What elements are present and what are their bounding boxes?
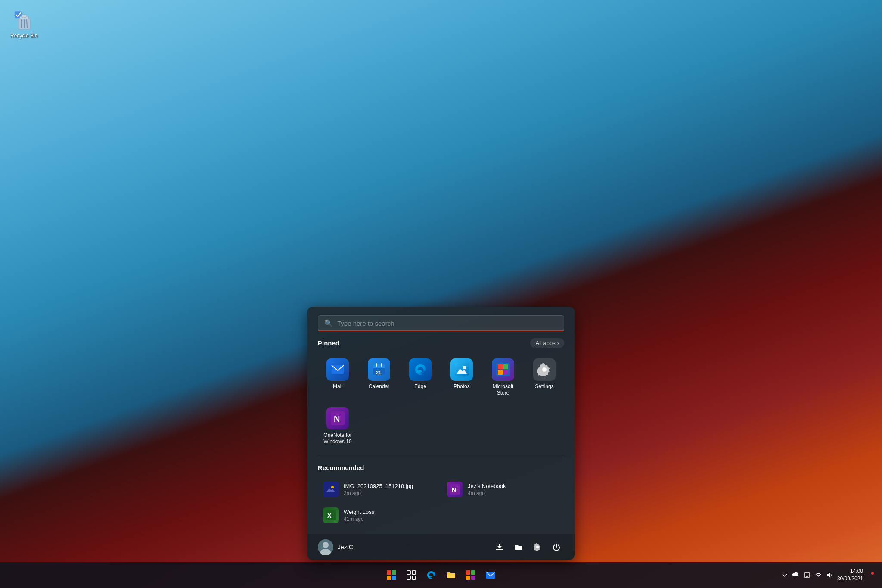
section-divider	[318, 457, 564, 457]
user-name: Jez C	[338, 544, 353, 551]
rec-notebook[interactable]: N Jez's Notebook 4m ago	[442, 477, 564, 501]
start-button[interactable]	[383, 566, 400, 584]
settings-footer-button[interactable]	[530, 539, 545, 555]
power-button[interactable]	[549, 539, 564, 555]
svg-rect-20	[503, 364, 508, 369]
tablet-icon[interactable]	[803, 571, 811, 579]
rec-weightloss-name: Weight Loss	[344, 509, 374, 515]
taskbar-right: 14:00 30/09/2021	[780, 568, 875, 582]
clock-date: 30/09/2021	[837, 575, 863, 582]
rec-img-file[interactable]: IMG_20210925_151218.jpg 2m ago	[318, 477, 440, 501]
mail-label: Mail	[333, 383, 342, 390]
svg-rect-49	[466, 576, 470, 580]
svg-rect-50	[471, 576, 475, 580]
recommended-title: Recommended	[318, 464, 364, 471]
svg-marker-54	[827, 573, 830, 577]
edge-label: Edge	[414, 383, 426, 390]
pinned-settings[interactable]: Settings	[525, 354, 564, 401]
rec-excel-icon: X	[323, 507, 339, 523]
rec-weightloss-info: Weight Loss 41m ago	[344, 509, 374, 522]
svg-text:N: N	[334, 414, 340, 423]
taskbar-search-button[interactable]	[403, 566, 420, 584]
svg-point-46	[429, 576, 432, 578]
user-info[interactable]: Jez C	[318, 539, 353, 555]
rec-notebook-name: Jez's Notebook	[468, 483, 506, 489]
rec-img-time: 2m ago	[344, 490, 413, 496]
pinned-store[interactable]: Microsoft Store	[483, 354, 523, 401]
volume-icon[interactable]	[825, 571, 834, 579]
svg-rect-45	[412, 576, 416, 579]
start-menu: 🔍 Type here to search Pinned All apps › …	[307, 307, 575, 560]
onenote-label: OneNote for Windows 10	[320, 432, 355, 445]
search-bar[interactable]: 🔍 Type here to search	[318, 315, 564, 331]
taskbar-center	[383, 566, 499, 584]
svg-rect-22	[503, 370, 508, 375]
svg-line-6	[27, 20, 27, 28]
recommended-grid: IMG_20210925_151218.jpg 2m ago N Jez's N…	[318, 477, 564, 527]
calendar-label: Calendar	[369, 383, 390, 390]
photos-label: Photos	[453, 383, 469, 390]
mail-icon	[326, 358, 349, 381]
taskbar-edge-button[interactable]	[422, 566, 440, 584]
wifi-icon[interactable]	[814, 571, 823, 579]
photos-icon	[450, 358, 473, 381]
folder-button[interactable]	[511, 539, 526, 555]
notification-icon[interactable]	[866, 571, 875, 579]
rec-weightloss-time: 41m ago	[344, 516, 374, 522]
pinned-calendar[interactable]: 21 Calendar	[359, 354, 399, 401]
pinned-photos[interactable]: Photos	[442, 354, 481, 401]
svg-rect-39	[392, 570, 396, 575]
taskbar-clock[interactable]: 14:00 30/09/2021	[837, 568, 863, 582]
svg-rect-15	[455, 363, 469, 376]
svg-rect-19	[498, 364, 503, 369]
recycle-bin[interactable]: Recycle Bin	[9, 9, 39, 40]
taskbar: 14:00 30/09/2021	[0, 562, 882, 588]
svg-rect-43	[412, 571, 416, 574]
pinned-header: Pinned All apps ›	[318, 338, 564, 348]
chevron-right-icon: ›	[557, 340, 559, 346]
svg-text:21: 21	[376, 370, 381, 375]
svg-rect-44	[407, 576, 410, 579]
all-apps-button[interactable]: All apps ›	[530, 338, 564, 348]
svg-rect-42	[407, 571, 410, 574]
svg-text:N: N	[452, 486, 457, 493]
expand-icon[interactable]	[780, 571, 789, 579]
recycle-bin-label: Recycle Bin	[10, 33, 37, 39]
svg-rect-38	[387, 570, 391, 575]
svg-rect-40	[387, 576, 391, 580]
settings-label: Settings	[535, 383, 553, 390]
pinned-mail[interactable]: Mail	[318, 354, 357, 401]
svg-rect-3	[22, 15, 27, 17]
footer-actions	[492, 539, 564, 555]
rec-img-info: IMG_20210925_151218.jpg 2m ago	[344, 483, 413, 496]
settings-icon	[533, 358, 556, 381]
pinned-onenote[interactable]: N OneNote for Windows 10	[318, 403, 357, 450]
download-button[interactable]	[492, 539, 507, 555]
onenote-icon: N	[326, 407, 349, 429]
pinned-section: Pinned All apps › Mail	[307, 338, 575, 457]
rec-img-name: IMG_20210925_151218.jpg	[344, 483, 413, 489]
svg-rect-36	[496, 549, 503, 550]
all-apps-label: All apps	[535, 340, 555, 346]
rec-notebook-info: Jez's Notebook 4m ago	[468, 483, 506, 496]
edge-icon	[409, 358, 432, 381]
taskbar-store-button[interactable]	[462, 566, 479, 584]
cloud-icon[interactable]	[792, 571, 800, 579]
svg-rect-26	[326, 484, 336, 495]
store-icon	[492, 358, 514, 381]
svg-rect-48	[471, 570, 475, 575]
pinned-edge[interactable]: Edge	[401, 354, 440, 401]
rec-notebook-time: 4m ago	[468, 490, 506, 496]
recommended-header: Recommended	[318, 464, 564, 471]
rec-weightloss[interactable]: X Weight Loss 41m ago	[318, 503, 440, 527]
svg-point-14	[417, 370, 422, 373]
taskbar-mail-button[interactable]	[482, 566, 499, 584]
svg-point-55	[871, 572, 874, 575]
search-icon: 🔍	[324, 319, 333, 327]
svg-point-34	[323, 542, 329, 548]
clock-time: 14:00	[837, 568, 863, 575]
pinned-title: Pinned	[318, 339, 339, 347]
recycle-bin-icon	[14, 10, 34, 31]
taskbar-explorer-button[interactable]	[442, 566, 460, 584]
svg-rect-10	[373, 367, 385, 368]
